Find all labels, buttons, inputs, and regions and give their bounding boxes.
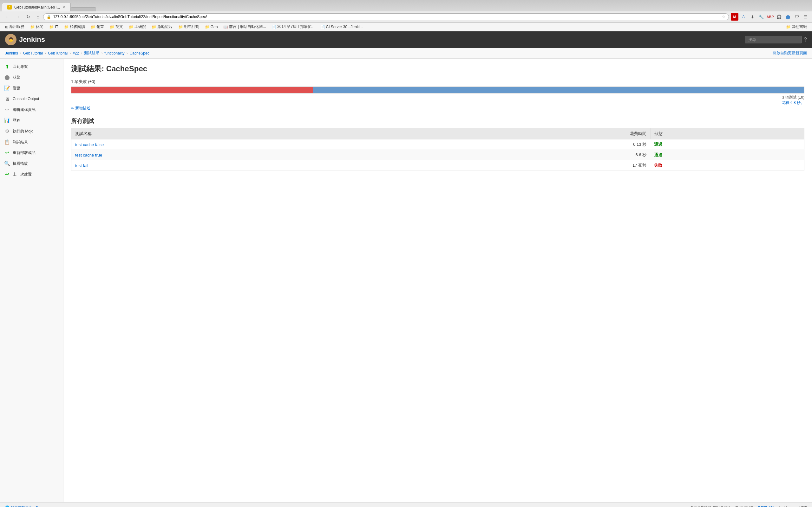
test-name-link[interactable]: test fail bbox=[75, 163, 88, 168]
help-icon[interactable]: ? bbox=[804, 37, 807, 43]
folder-icon-6: 📁 bbox=[152, 25, 156, 29]
bookmark-ci[interactable]: 📄 CI Server 30 - Jenki... bbox=[318, 24, 365, 30]
failure-count: 1 項失敗 (±0) bbox=[71, 79, 804, 84]
translate-link[interactable]: 🌐 幫我們翻譯這一頁 bbox=[5, 505, 39, 507]
breadcrumb-jenkins[interactable]: Jenkins bbox=[5, 51, 18, 55]
content-area: 測試結果: CacheSpec 1 項失敗 (±0) 3 項測試 (±0) 花費… bbox=[63, 59, 812, 502]
search-input[interactable] bbox=[745, 36, 802, 43]
bookmark-ithelp[interactable]: 📄 2014 第7屆IT邦幫忙... bbox=[269, 23, 317, 30]
extension3-icon[interactable]: 🛡 bbox=[793, 13, 801, 20]
bookmark-itri[interactable]: 📁 工研院 bbox=[126, 23, 148, 30]
test-name-link[interactable]: test cache true bbox=[75, 153, 102, 158]
bookmark-star-icon[interactable]: ☆ bbox=[722, 14, 725, 19]
tab-bar: J GebTutorial/idv.alin:GebT... ✕ bbox=[0, 0, 812, 11]
bookmark-webtest[interactable]: 📖 前言 | 網站自動化測... bbox=[221, 23, 268, 30]
breadcrumb-sep-5: › bbox=[126, 51, 128, 55]
sidebar-item-fingerprint[interactable]: 🔍 檢看指紋 bbox=[0, 158, 63, 169]
generated-time: 頁面產生時間: 2014/10/24 上午 02:11:16 bbox=[690, 505, 753, 507]
address-input[interactable] bbox=[53, 14, 720, 19]
breadcrumb-cachespec[interactable]: CacheSpec bbox=[130, 51, 149, 55]
main-layout: ⬆ 回到專案 ⬤ 狀態 📝 變更 🖥 Console Output ✏ bbox=[0, 59, 812, 502]
progress-bar-fail bbox=[71, 87, 313, 93]
sidebar-label-changes: 變更 bbox=[13, 86, 20, 91]
table-row: test cache true6.6 秒通過 bbox=[71, 150, 804, 160]
time-spent: 花費 6.8 秒。 bbox=[71, 100, 804, 106]
back-btn[interactable]: ← bbox=[3, 13, 11, 20]
folder-icon-5: 📁 bbox=[129, 25, 134, 29]
bookmark-apps[interactable]: ⊞ 應用服務 bbox=[3, 23, 27, 30]
breadcrumb-sep-3: › bbox=[81, 51, 82, 55]
test-status-cell: 通過 bbox=[650, 139, 804, 150]
sidebar-item-console[interactable]: 🖥 Console Output bbox=[0, 94, 63, 104]
jenkins-logo-img: 👨 bbox=[5, 34, 16, 45]
jenkins-title: Jenkins bbox=[19, 36, 45, 44]
tab-inactive[interactable] bbox=[71, 7, 96, 11]
bookmark-geb[interactable]: 📁 Geb bbox=[202, 24, 220, 30]
bookmark-startup[interactable]: 📁 創業 bbox=[88, 23, 107, 30]
bookmark-it[interactable]: 📁 IT bbox=[47, 24, 61, 30]
add-description-link[interactable]: ✏ 新增描述 bbox=[71, 106, 804, 111]
jenkins-header: 👨 Jenkins ? bbox=[0, 32, 812, 48]
time-spent-link[interactable]: 花費 6.8 秒。 bbox=[782, 101, 804, 105]
bookmark-english[interactable]: 📁 英文 bbox=[107, 23, 125, 30]
sidebar-item-status[interactable]: ⬤ 狀態 bbox=[0, 72, 63, 83]
sidebar-item-changes[interactable]: 📝 變更 bbox=[0, 83, 63, 94]
forward-btn[interactable]: → bbox=[13, 13, 22, 20]
folder-icon-2: 📁 bbox=[64, 25, 69, 29]
rest-api-link[interactable]: REST API bbox=[758, 506, 774, 507]
console-icon: 🖥 bbox=[4, 96, 10, 102]
book-icon: 📖 bbox=[223, 25, 228, 29]
sidebar-item-prev-build[interactable]: ↩ 上一次建置 bbox=[0, 169, 63, 180]
breadcrumb-build22[interactable]: #22 bbox=[72, 51, 79, 55]
breadcrumb-testresults[interactable]: 測試結果 bbox=[84, 50, 99, 56]
bookmark-shorts[interactable]: 📁 激勵短片 bbox=[149, 23, 175, 30]
bookmark-others[interactable]: 📁 其他書籤 bbox=[783, 23, 809, 30]
apps-icon: ⊞ bbox=[5, 25, 8, 29]
home-btn[interactable]: ⌂ bbox=[34, 13, 41, 20]
back-to-project-icon: ⬆ bbox=[4, 63, 10, 70]
sidebar-item-edit[interactable]: ✏ 編輯建構資訊 bbox=[0, 104, 63, 115]
jenkins-logo: 👨 Jenkins bbox=[5, 34, 45, 45]
col-header-name: 測試名稱 bbox=[71, 128, 418, 139]
menu-icon[interactable]: ☰ bbox=[802, 13, 809, 20]
translate-icon[interactable]: A bbox=[740, 13, 747, 20]
col-header-status: 狀態 bbox=[650, 128, 804, 139]
reload-btn[interactable]: ↻ bbox=[24, 13, 32, 20]
download-icon[interactable]: ⬇ bbox=[749, 13, 756, 20]
test-status-cell: 通過 bbox=[650, 150, 804, 160]
test-name-link[interactable]: test cache false bbox=[75, 142, 104, 147]
result-stats: 3 項測試 (±0) 花費 6.8 秒。 ✏ 新增描述 bbox=[71, 95, 804, 111]
address-bar: 🔒 ☆ bbox=[43, 13, 729, 20]
extension1-icon[interactable]: 🔧 bbox=[757, 13, 765, 20]
progress-bar-pass bbox=[313, 87, 804, 93]
gmail-icon[interactable]: M bbox=[731, 13, 739, 20]
sidebar-item-back[interactable]: ⬆ 回到專案 bbox=[0, 61, 63, 72]
page-title: 測試結果: CacheSpec bbox=[71, 64, 804, 74]
bookmark-next-year[interactable]: 📁 明年計劃 bbox=[176, 23, 202, 30]
sidebar-item-mojo[interactable]: ⚙ 執行的 Mojo bbox=[0, 126, 63, 136]
test-time-cell: 6.6 秒 bbox=[418, 150, 650, 160]
tests-icon: 📋 bbox=[4, 139, 10, 145]
extension2-icon[interactable]: 🎧 bbox=[775, 13, 783, 20]
breadcrumb-functionality[interactable]: functionality bbox=[104, 51, 124, 55]
doc-icon-0: 📄 bbox=[271, 25, 276, 29]
sidebar-item-redeploy[interactable]: ↩ 重新部署成品 bbox=[0, 147, 63, 158]
chrome-icon[interactable]: ⬤ bbox=[784, 13, 792, 20]
tab-active[interactable]: J GebTutorial/idv.alin:GebT... ✕ bbox=[2, 3, 71, 11]
auto-refresh-link[interactable]: 開啟自動更新新頁面 bbox=[773, 50, 807, 56]
folder-icon-4: 📁 bbox=[110, 25, 114, 29]
tab-active-label: GebTutorial/idv.alin:GebT... bbox=[14, 5, 60, 9]
sidebar-item-history[interactable]: 📊 歷程 bbox=[0, 115, 63, 126]
folder-icon-8: 📁 bbox=[205, 25, 210, 29]
footer: 🌐 幫我們翻譯這一頁 頁面產生時間: 2014/10/24 上午 02:11:1… bbox=[0, 502, 812, 507]
breadcrumb-gebtutorial2[interactable]: GebTutorial bbox=[48, 51, 67, 55]
sidebar-item-tests[interactable]: 📋 測試結果 bbox=[0, 136, 63, 147]
bookmark-readlater[interactable]: 📁 稍後閱讀 bbox=[61, 23, 88, 30]
adblock-icon[interactable]: ABP bbox=[766, 13, 774, 20]
test-name-cell: test cache false bbox=[71, 139, 418, 150]
bookmark-leisure[interactable]: 📁 休閒 bbox=[28, 23, 46, 30]
edit-icon: ✏ bbox=[4, 107, 10, 113]
breadcrumb-gebtutorial1[interactable]: GebTutorial bbox=[23, 51, 43, 55]
breadcrumb: Jenkins › GebTutorial › GebTutorial › #2… bbox=[0, 48, 812, 59]
tab-close-btn[interactable]: ✕ bbox=[62, 5, 65, 9]
